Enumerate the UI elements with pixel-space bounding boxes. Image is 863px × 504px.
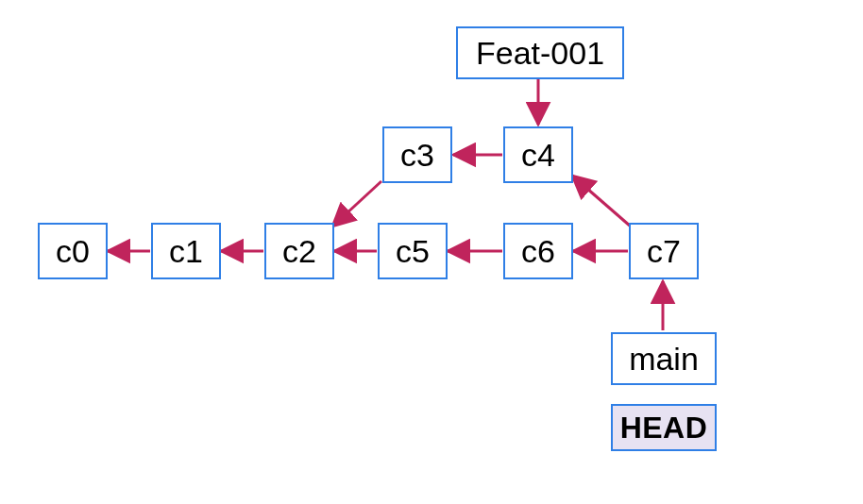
commit-c6: c6: [503, 223, 573, 279]
commit-c5: c5: [378, 223, 448, 279]
commit-label: c5: [396, 235, 430, 267]
commit-c0: c0: [38, 223, 108, 279]
branch-label: Feat-001: [476, 37, 604, 69]
head-ref: HEAD: [611, 404, 717, 451]
edge-c7-c4: [572, 176, 631, 227]
commit-label: c7: [647, 235, 681, 267]
commit-c7: c7: [629, 223, 699, 279]
commit-c2: c2: [264, 223, 334, 279]
commit-label: c4: [521, 139, 555, 171]
head-label: HEAD: [620, 412, 708, 443]
branch-feat: Feat-001: [456, 26, 624, 79]
commit-label: c0: [56, 235, 90, 267]
branch-main: main: [611, 332, 717, 385]
commit-label: c3: [400, 139, 434, 171]
commit-c1: c1: [151, 223, 221, 279]
edge-c3-c2: [332, 181, 381, 227]
commit-label: c6: [521, 235, 555, 267]
commit-label: c1: [169, 235, 203, 267]
commit-c4: c4: [503, 126, 573, 183]
commit-c3: c3: [382, 126, 452, 183]
commit-label: c2: [282, 235, 316, 267]
branch-label: main: [629, 343, 699, 375]
